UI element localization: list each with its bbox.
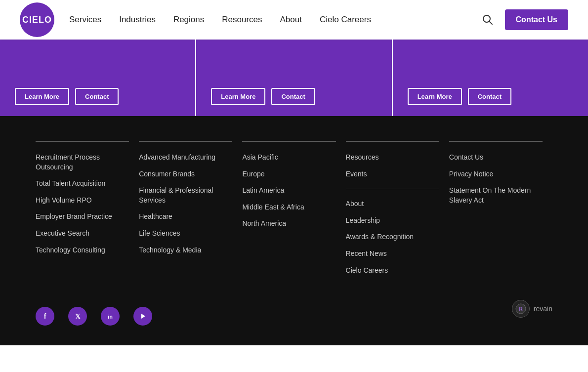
footer-link-middle-east-and-africa[interactable]: Middle East & Africa xyxy=(242,203,336,212)
footer-link-events[interactable]: Events xyxy=(346,169,439,179)
footer-col-services: Recruitment Process OutsourcingTotal Tal… xyxy=(36,141,139,282)
footer-link-cielo-careers[interactable]: Cielo Careers xyxy=(346,266,439,276)
footer-link-resources[interactable]: Resources xyxy=(346,153,439,163)
hero-card-1: Learn More Contact xyxy=(0,40,195,116)
footer-link-technology-consulting[interactable]: Technology Consulting xyxy=(36,246,129,255)
footer-link-privacy-notice[interactable]: Privacy Notice xyxy=(449,169,543,179)
svg-text:R: R xyxy=(519,306,523,312)
footer-col-contact: Contact UsPrivacy NoticeStatement On The… xyxy=(449,141,552,282)
youtube-icon[interactable] xyxy=(133,307,152,326)
footer-link-employer-brand-practice[interactable]: Employer Brand Practice xyxy=(36,212,129,222)
nav-item-about[interactable]: About xyxy=(280,15,302,25)
logo[interactable]: CIELO xyxy=(20,2,54,37)
nav-item-regions[interactable]: Regions xyxy=(173,15,204,25)
footer-divider-about xyxy=(346,189,439,189)
svg-text:in: in xyxy=(108,314,113,320)
footer: Recruitment Process OutsourcingTotal Tal… xyxy=(0,116,588,345)
footer-link-awards-&-recognition[interactable]: Awards & Recognition xyxy=(346,232,439,242)
footer-link-latin-america[interactable]: Latin America xyxy=(242,186,336,196)
footer-link-consumer-brands[interactable]: Consumer Brands xyxy=(139,169,232,179)
footer-link-life-sciences[interactable]: Life Sciences xyxy=(139,229,232,239)
contact-button-2[interactable]: Contact xyxy=(271,88,315,105)
hero-card-buttons-2: Learn More Contact xyxy=(211,88,377,105)
twitter-icon[interactable]: 𝕏 xyxy=(68,307,87,326)
footer-link-leadership[interactable]: Leadership xyxy=(346,216,439,226)
footer-col-industries: Advanced ManufacturingConsumer BrandsFin… xyxy=(139,141,242,282)
svg-text:𝕏: 𝕏 xyxy=(75,313,81,320)
contact-button-1[interactable]: Contact xyxy=(75,88,119,105)
footer-link-europe[interactable]: Europe xyxy=(242,169,336,179)
search-button[interactable] xyxy=(478,10,497,29)
nav-item-industries[interactable]: Industries xyxy=(119,15,156,25)
footer-link-north-america[interactable]: North America xyxy=(242,219,336,229)
nav-item-resources[interactable]: Resources xyxy=(222,15,262,25)
footer-link-contact-us[interactable]: Contact Us xyxy=(449,153,543,163)
contact-us-button[interactable]: Contact Us xyxy=(505,9,568,30)
footer-bottom-row: f𝕏in R revain xyxy=(36,292,552,326)
footer-link-about[interactable]: About xyxy=(346,199,439,209)
facebook-icon[interactable]: f xyxy=(36,307,54,326)
svg-text:f: f xyxy=(44,312,46,320)
linkedin-icon[interactable]: in xyxy=(101,307,120,326)
svg-line-1 xyxy=(489,22,492,25)
hero-card-buttons-3: Learn More Contact xyxy=(408,88,573,105)
revain-icon: R xyxy=(512,300,530,318)
nav-item-cielo-careers[interactable]: Cielo Careers xyxy=(320,15,371,25)
learn-more-button-3[interactable]: Learn More xyxy=(408,88,462,105)
svg-marker-5 xyxy=(141,314,145,319)
hero-card-2: Learn More Contact xyxy=(196,40,391,116)
footer-link-advanced-manufacturing[interactable]: Advanced Manufacturing xyxy=(139,153,232,163)
search-icon xyxy=(482,14,493,25)
contact-button-3[interactable]: Contact xyxy=(468,88,511,105)
social-links: f𝕏in xyxy=(36,307,152,326)
footer-link-total-talent-acquisition[interactable]: Total Talent Acquisition xyxy=(36,179,129,189)
footer-link-statement-on-the-modern-slavery-act[interactable]: Statement On The Modern Slavery Act xyxy=(449,186,543,205)
footer-link-recruitment-process-outsourcing[interactable]: Recruitment Process Outsourcing xyxy=(36,153,129,172)
revain-label: revain xyxy=(534,305,552,313)
hero-card-3: Learn More Contact xyxy=(393,40,588,116)
footer-link-executive-search[interactable]: Executive Search xyxy=(36,229,129,239)
hero-card-buttons-1: Learn More Contact xyxy=(15,88,180,105)
footer-col-regions: Asia PacificEuropeLatin AmericaMiddle Ea… xyxy=(242,141,345,282)
footer-link-financial-and-professional-services[interactable]: Financial & Professional Services xyxy=(139,186,232,205)
footer-link-recent-news[interactable]: Recent News xyxy=(346,249,439,259)
nav-item-services[interactable]: Services xyxy=(69,15,101,25)
footer-link-high-volume-rpo[interactable]: High Volume RPO xyxy=(36,196,129,206)
footer-link-technology-and-media[interactable]: Technology & Media xyxy=(139,246,232,255)
footer-col-about: ResourcesEventsAboutLeadershipAwards & R… xyxy=(346,141,449,282)
footer-columns: Recruitment Process OutsourcingTotal Tal… xyxy=(36,141,552,282)
revain-logo-icon: R xyxy=(515,303,526,314)
main-nav: ServicesIndustriesRegionsResourcesAboutC… xyxy=(69,15,478,25)
footer-link-asia-pacific[interactable]: Asia Pacific xyxy=(242,153,336,163)
header-actions: Contact Us xyxy=(478,9,568,30)
header: CIELO ServicesIndustriesRegionsResources… xyxy=(0,0,588,40)
revain-badge: R revain xyxy=(512,300,552,318)
learn-more-button-2[interactable]: Learn More xyxy=(211,88,265,105)
learn-more-button-1[interactable]: Learn More xyxy=(15,88,69,105)
footer-link-healthcare[interactable]: Healthcare xyxy=(139,212,232,222)
